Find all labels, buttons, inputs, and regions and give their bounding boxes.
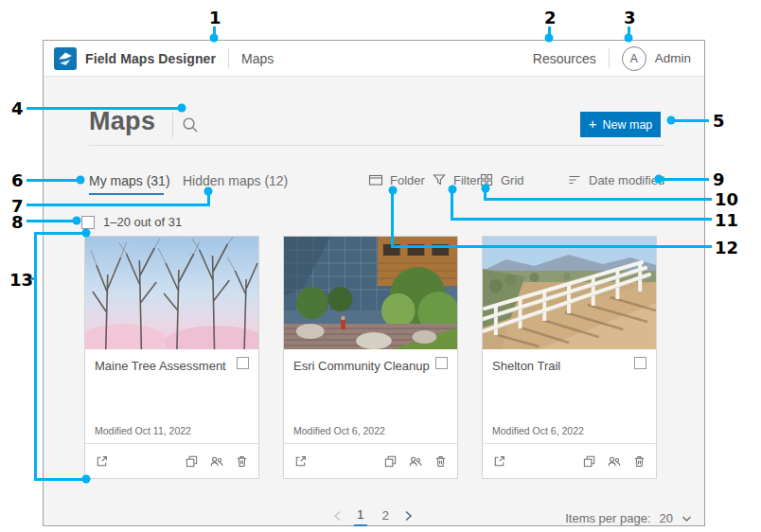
callout-13-bottom-line bbox=[34, 478, 84, 481]
callout-13-top-dot bbox=[82, 229, 91, 238]
callout-12: 12 bbox=[715, 238, 738, 257]
next-page-icon[interactable] bbox=[404, 510, 413, 524]
chevron-down-icon bbox=[681, 515, 692, 523]
folder-button[interactable]: Folder bbox=[368, 172, 425, 187]
tab-my-maps[interactable]: My maps (31) bbox=[89, 173, 170, 188]
delete-icon[interactable] bbox=[235, 454, 249, 469]
items-per-page-select[interactable]: Items per page: 20 bbox=[565, 511, 692, 525]
open-map-icon[interactable] bbox=[492, 454, 506, 469]
card-body: Maine Tree Assessment Modified Oct 11, 2… bbox=[85, 349, 258, 443]
folder-label: Folder bbox=[390, 173, 425, 187]
callout-13-top-line bbox=[34, 232, 84, 235]
callout-6-dot bbox=[77, 176, 85, 185]
app-title: Field Maps Designer bbox=[85, 51, 216, 66]
callout-7-line bbox=[27, 204, 210, 206]
callout-12-dot bbox=[389, 186, 398, 195]
callout-11-elbow bbox=[451, 189, 453, 221]
page-title: Maps bbox=[89, 107, 155, 136]
card-title: Maine Tree Assessment bbox=[95, 357, 226, 374]
annotated-screenshot: Field Maps Designer Maps Resources A Adm… bbox=[0, 0, 761, 532]
selection-count: 1–20 out of 31 bbox=[103, 215, 182, 229]
esri-logo-icon bbox=[54, 47, 77, 70]
callout-13-bracket bbox=[34, 232, 37, 481]
card-title: Esri Community Cleanup bbox=[293, 357, 430, 374]
map-thumbnail-campus[interactable] bbox=[284, 237, 457, 349]
new-map-button[interactable]: + New map bbox=[580, 112, 661, 137]
user-name[interactable]: Admin bbox=[655, 51, 691, 65]
card-footer bbox=[284, 443, 457, 478]
callout-7-dot bbox=[204, 187, 213, 196]
items-per-page-label: Items per page: bbox=[565, 511, 650, 525]
sort-button[interactable]: Date modified bbox=[567, 172, 664, 187]
callout-3: 3 bbox=[624, 8, 636, 27]
pagination: 1 2 bbox=[333, 507, 413, 526]
header-divider bbox=[228, 48, 229, 68]
app-header: Field Maps Designer Maps Resources A Adm… bbox=[44, 41, 704, 77]
map-card-maine-tree-assessment[interactable]: Maine Tree Assessment Modified Oct 11, 2… bbox=[84, 236, 259, 479]
callout-4: 4 bbox=[11, 98, 24, 118]
field-maps-designer-window: Field Maps Designer Maps Resources A Adm… bbox=[43, 40, 705, 526]
previous-page-icon[interactable] bbox=[333, 510, 342, 524]
callout-1: 1 bbox=[209, 8, 221, 27]
card-footer bbox=[85, 443, 258, 478]
callout-12-line bbox=[391, 245, 712, 248]
delete-icon[interactable] bbox=[632, 454, 646, 469]
breadcrumb-maps[interactable]: Maps bbox=[241, 51, 274, 66]
callout-12-elbow bbox=[391, 190, 394, 248]
tab-hidden-maps[interactable]: Hidden maps (12) bbox=[183, 173, 288, 188]
callout-13: 13 bbox=[9, 270, 33, 290]
sort-icon bbox=[567, 172, 582, 187]
callout-11-line bbox=[451, 218, 712, 221]
share-members-icon[interactable] bbox=[209, 454, 224, 469]
search-icon[interactable] bbox=[181, 115, 200, 134]
avatar[interactable]: A bbox=[622, 46, 646, 71]
callout-8-dot bbox=[73, 217, 81, 225]
open-map-icon[interactable] bbox=[293, 454, 308, 469]
card-title: Shelton Trail bbox=[492, 357, 560, 374]
card-checkbox[interactable] bbox=[634, 357, 646, 369]
card-checkbox[interactable] bbox=[435, 357, 448, 369]
callout-5-dot bbox=[667, 116, 676, 125]
card-modified-date: Modified Oct 11, 2022 bbox=[95, 425, 191, 436]
callout-10: 10 bbox=[715, 189, 738, 209]
callout-11: 11 bbox=[715, 210, 738, 230]
duplicate-icon[interactable] bbox=[185, 454, 199, 469]
map-card-esri-community-cleanup[interactable]: Esri Community Cleanup Modified Oct 6, 2… bbox=[283, 236, 458, 479]
page-1[interactable]: 1 bbox=[354, 507, 367, 526]
filter-icon bbox=[432, 172, 447, 187]
callout-3-dot bbox=[625, 34, 633, 43]
filter-button[interactable]: Filter bbox=[432, 172, 481, 187]
header-divider-right bbox=[609, 48, 610, 68]
callout-1-dot bbox=[210, 34, 219, 43]
card-modified-date: Modified Oct 6, 2022 bbox=[293, 425, 385, 436]
duplicate-icon[interactable] bbox=[383, 454, 398, 469]
callout-4-line bbox=[27, 107, 180, 110]
new-map-label: New map bbox=[602, 118, 652, 132]
callout-10-line bbox=[484, 198, 712, 201]
card-body: Shelton Trail Modified Oct 6, 2022 bbox=[483, 349, 656, 443]
share-members-icon[interactable] bbox=[607, 454, 622, 469]
callout-8-line bbox=[27, 220, 74, 222]
callout-6: 6 bbox=[11, 170, 24, 190]
resources-link[interactable]: Resources bbox=[533, 51, 596, 66]
open-map-icon[interactable] bbox=[95, 454, 109, 469]
items-per-page-value: 20 bbox=[660, 511, 673, 525]
active-tab-underline bbox=[89, 193, 164, 195]
plus-icon: + bbox=[589, 116, 597, 131]
map-thumbnail-trees[interactable] bbox=[85, 237, 258, 349]
map-card-shelton-trail[interactable]: Shelton Trail Modified Oct 6, 2022 bbox=[482, 236, 657, 479]
share-members-icon[interactable] bbox=[408, 454, 423, 469]
callout-10-dot bbox=[482, 185, 490, 193]
callout-6-line bbox=[27, 179, 78, 182]
callout-9: 9 bbox=[713, 169, 725, 189]
map-thumbnail-trail[interactable] bbox=[483, 237, 656, 349]
duplicate-icon[interactable] bbox=[582, 454, 596, 469]
callout-2: 2 bbox=[544, 8, 557, 27]
callout-5: 5 bbox=[713, 111, 725, 131]
card-checkbox[interactable] bbox=[237, 357, 249, 369]
delete-icon[interactable] bbox=[434, 454, 448, 469]
page-2[interactable]: 2 bbox=[380, 508, 393, 525]
select-all-checkbox[interactable] bbox=[81, 216, 95, 229]
callout-13-bottom-dot bbox=[82, 475, 91, 484]
folder-icon bbox=[368, 172, 383, 187]
